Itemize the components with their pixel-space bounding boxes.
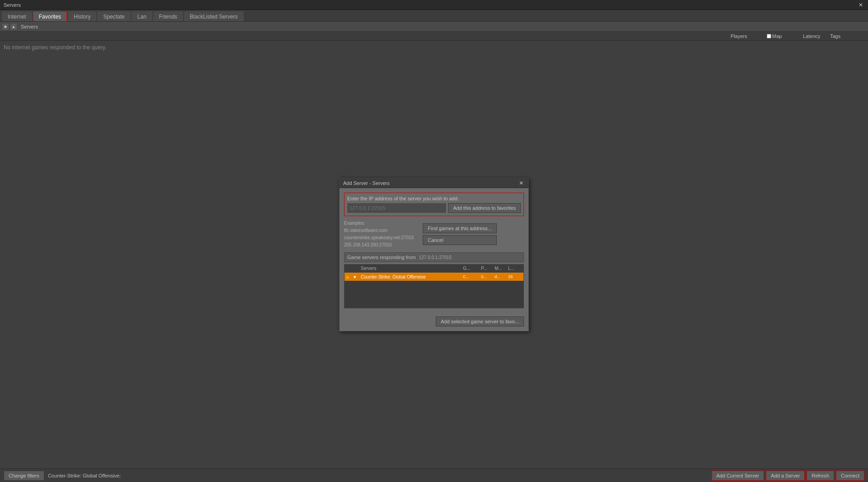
bottom-right: Add Current Server Add a Server Refresh … <box>712 471 864 481</box>
status-text: Counter-Strike: Global Offensive; <box>46 473 123 478</box>
col-header-map: Map <box>767 33 803 39</box>
server-list-body: ▶ ♥ Counter-Strike: Global Offensive C..… <box>344 272 524 308</box>
col-header-tags: Tags <box>830 33 866 39</box>
sl-col-servers: Servers <box>361 266 463 271</box>
add-server-dialog: Add Server - Servers ✕ Enter the IP addr… <box>339 178 529 331</box>
refresh-button[interactable]: Refresh <box>807 471 834 481</box>
toolbar-row: ■ ▲ Servers <box>0 22 868 32</box>
server-list-header: Servers G... P... M... L... <box>344 264 524 272</box>
server-list-row[interactable]: ▶ ♥ Counter-Strike: Global Offensive C..… <box>344 273 524 281</box>
column-headers: Players Map Latency Tags <box>0 32 868 41</box>
tab-spectate[interactable]: Spectate <box>97 11 130 21</box>
server-row-icon: ▶ <box>346 274 354 279</box>
add-current-server-button[interactable]: Add Current Server <box>712 471 764 481</box>
window-close-button[interactable]: ✕ <box>857 1 864 9</box>
toolbar-icon-1[interactable]: ■ <box>2 23 9 30</box>
bottom-left: Change filters Counter-Strike: Global Of… <box>4 471 123 481</box>
connect-button[interactable]: Connect <box>836 471 864 481</box>
tab-favorites[interactable]: Favorites <box>33 11 67 21</box>
window-title: Servers <box>4 2 21 8</box>
tab-history[interactable]: History <box>68 11 96 21</box>
dialog-footer: Add selected game server to favo... <box>340 317 528 331</box>
find-games-button[interactable]: Find games at this address... <box>423 223 496 233</box>
change-filters-button[interactable]: Change filters <box>4 471 44 481</box>
server-row-game: C... <box>463 274 481 279</box>
example-2: counterstrike.speakeasy.net:27016 <box>344 234 414 241</box>
dialog-body: Enter the IP address of the server you w… <box>340 188 528 317</box>
dialog-title-bar: Add Server - Servers ✕ <box>340 178 528 188</box>
sl-col-latency: L... <box>508 266 522 271</box>
col-header-latency: Latency <box>803 33 830 39</box>
tab-blacklisted[interactable]: BlackListed Servers <box>184 11 244 21</box>
ip-section: Enter the IP address of the server you w… <box>344 193 524 216</box>
tab-bar: Internet Favorites History Spectate Lan … <box>0 10 868 22</box>
ip-row: Add this address to favorites <box>347 203 521 213</box>
add-a-server-button[interactable]: Add a Server <box>766 471 805 481</box>
sl-col-game: G... <box>463 266 481 271</box>
game-servers-section: Game servers responding from 127.0.0.1:2… <box>344 252 524 308</box>
ip-label: Enter the IP address of the server you w… <box>347 196 521 201</box>
server-row-latency: 29 <box>508 274 522 279</box>
examples-label: Examples: <box>344 220 414 227</box>
add-selected-button[interactable]: Add selected game server to favo... <box>436 317 524 326</box>
examples-section: Examples: tfc.valvesoftware.com counters… <box>344 220 524 249</box>
tab-friends[interactable]: Friends <box>153 11 183 21</box>
map-checkbox[interactable] <box>767 34 771 38</box>
add-address-button[interactable]: Add this address to favorites <box>448 203 521 213</box>
dialog-title: Add Server - Servers <box>343 180 390 186</box>
col-header-players: Players <box>731 33 767 39</box>
main-content: No internet games responded to the query… <box>0 41 868 468</box>
server-row-players: 0... <box>481 274 495 279</box>
tab-internet[interactable]: Internet <box>2 11 32 21</box>
examples-list: Examples: tfc.valvesoftware.com counters… <box>344 220 414 249</box>
example-3: 205.158.143.200:27015 <box>344 241 414 249</box>
toolbar-icon-2[interactable]: ▲ <box>10 23 17 30</box>
servers-column-label: Servers <box>21 24 38 29</box>
game-servers-header: Game servers responding from 127.0.0.1:2… <box>344 252 524 262</box>
bottom-bar: Change filters Counter-Strike: Global Of… <box>0 468 868 482</box>
toolbar-icons: ■ ▲ <box>2 23 17 30</box>
example-1: tfc.valvesoftware.com <box>344 227 414 234</box>
sl-col-players: P... <box>481 266 495 271</box>
server-row-fav: ♥ <box>354 274 361 279</box>
tab-lan[interactable]: Lan <box>132 11 152 21</box>
ip-input[interactable] <box>347 203 446 213</box>
title-bar: Servers ✕ <box>0 0 868 10</box>
dialog-action-buttons: Find games at this address... Cancel <box>423 220 496 249</box>
sl-col-map: M... <box>495 266 508 271</box>
dialog-close-button[interactable]: ✕ <box>518 180 525 187</box>
modal-overlay: Add Server - Servers ✕ Enter the IP addr… <box>0 41 868 468</box>
game-servers-ip: 127.0.0.1:27015 <box>419 255 452 260</box>
server-row-name: Counter-Strike: Global Offensive <box>361 274 463 279</box>
server-row-map: d... <box>495 274 508 279</box>
cancel-button[interactable]: Cancel <box>423 235 496 245</box>
